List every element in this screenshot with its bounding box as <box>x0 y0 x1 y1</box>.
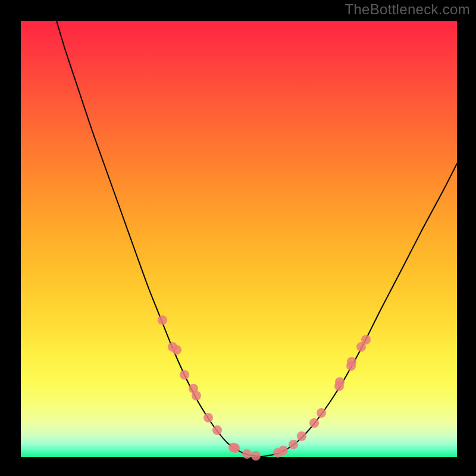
curve-marker <box>347 357 356 367</box>
curve-marker <box>212 425 222 435</box>
curve-marker <box>309 418 319 428</box>
curve-marker <box>180 370 189 380</box>
curve-marker <box>278 446 288 455</box>
curve-marker <box>203 413 213 422</box>
curve-marker <box>361 335 371 345</box>
curve-marker <box>242 449 252 459</box>
chart-svg <box>21 21 457 457</box>
curve-marker <box>172 345 181 355</box>
curve-marker <box>289 440 298 449</box>
curve-marker <box>297 431 306 441</box>
plot-area <box>21 21 457 457</box>
curve-marker <box>251 451 261 461</box>
curve-marker <box>317 408 326 418</box>
curve-marker <box>230 443 240 453</box>
curve-marker <box>158 315 167 325</box>
curve-markers <box>158 315 371 461</box>
curve-marker <box>192 391 201 400</box>
curve-marker <box>335 377 345 387</box>
chart-frame: TheBottleneck.com <box>0 0 476 476</box>
watermark-text: TheBottleneck.com <box>345 1 470 18</box>
bottleneck-curve <box>57 21 457 456</box>
